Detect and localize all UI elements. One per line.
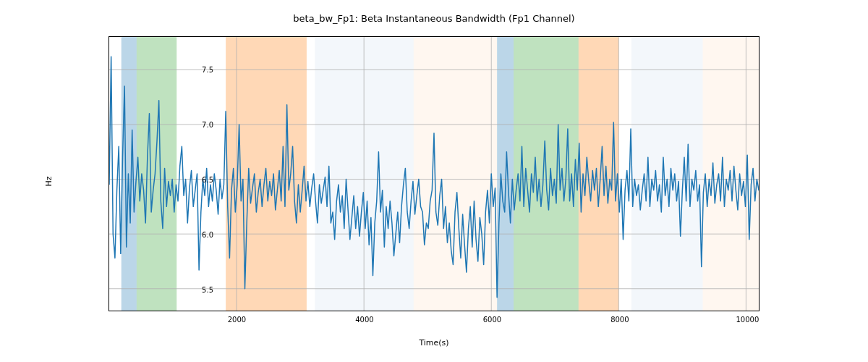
x-tick-label: 2000 — [228, 316, 246, 324]
chart-title: beta_bw_Fp1: Beta Instantaneous Bandwidt… — [0, 13, 868, 24]
y-tick-label: 5.5 — [184, 285, 213, 293]
x-tick-label: 4000 — [355, 316, 373, 324]
y-axis-label: Hz — [43, 0, 54, 362]
background-band — [137, 37, 176, 311]
y-tick-label: 6.5 — [184, 175, 213, 183]
y-tick-label: 7.0 — [184, 120, 213, 128]
x-tick-label: 6000 — [483, 316, 501, 324]
y-tick-label: 7.5 — [184, 65, 213, 73]
x-tick-label: 10000 — [736, 316, 759, 324]
y-tick-label: 6.0 — [184, 230, 213, 238]
chart-figure: beta_bw_Fp1: Beta Instantaneous Bandwidt… — [0, 0, 868, 362]
x-tick-label: 8000 — [610, 316, 629, 324]
background-band — [414, 37, 497, 311]
plot-area: 200040006000800010000 — [109, 36, 760, 311]
background-band — [122, 37, 137, 311]
background-band — [631, 37, 703, 311]
x-axis-label: Time(s) — [0, 338, 868, 348]
plot-svg — [109, 37, 759, 311]
background-band — [497, 37, 514, 311]
